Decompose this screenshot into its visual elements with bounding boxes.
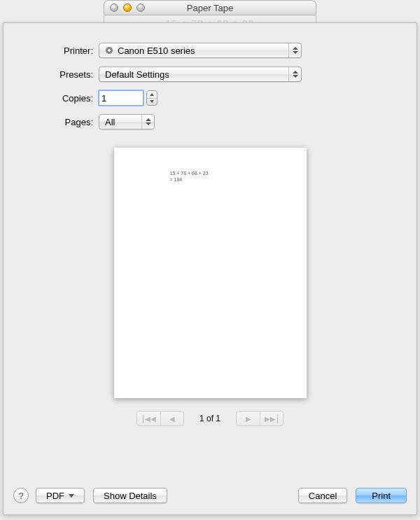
help-button[interactable]: ?	[13, 488, 29, 503]
cancel-button[interactable]: Cancel	[298, 488, 347, 503]
preview-nav-back: ⎮◀◀ ◀	[136, 411, 184, 426]
stepper-up-icon[interactable]	[147, 91, 157, 99]
copies-stepper[interactable]	[146, 90, 158, 106]
pdf-button[interactable]: PDF	[36, 488, 85, 503]
printer-row: Printer: Canon E510 series	[4, 43, 416, 58]
pages-popup[interactable]: All	[99, 114, 155, 129]
pdf-button-label: PDF	[46, 491, 64, 501]
chevron-updown-icon	[288, 43, 301, 57]
pages-label: Pages:	[4, 117, 99, 127]
print-dialog-window: Paper Tape 15 + 78 + 68 + 23 Printer: Ca…	[0, 0, 420, 520]
presets-row: Presets: Default Settings	[4, 66, 416, 82]
presets-label: Presets:	[4, 69, 99, 80]
copies-label: Copies:	[4, 93, 99, 104]
caret-down-icon	[69, 494, 74, 498]
presets-popup[interactable]: Default Settings	[99, 66, 302, 82]
preview-area: 15 + 78 + 68 + 23 = 184	[4, 148, 416, 398]
chevron-updown-icon	[141, 115, 154, 129]
printer-popup[interactable]: Canon E510 series	[99, 43, 302, 58]
print-form: Printer: Canon E510 series Presets: Defa…	[4, 23, 416, 129]
print-sheet: Printer: Canon E510 series Presets: Defa…	[3, 22, 417, 515]
cancel-label: Cancel	[309, 491, 337, 501]
preview-nav: ⎮◀◀ ◀ 1 of 1 ▶ ▶▶⎮	[4, 411, 416, 426]
show-details-button[interactable]: Show Details	[93, 488, 167, 503]
first-page-icon[interactable]: ⎮◀◀	[137, 412, 160, 426]
tape-line: 15 + 78 + 68 + 23	[131, 170, 290, 176]
printer-label: Printer:	[4, 45, 99, 56]
preview-nav-forward: ▶ ▶▶⎮	[236, 411, 284, 426]
copies-row: Copies:	[4, 90, 416, 106]
chevron-updown-icon	[288, 67, 301, 81]
bottom-bar: ? PDF Show Details Cancel Print	[4, 477, 416, 514]
presets-value: Default Settings	[105, 69, 169, 80]
print-button[interactable]: Print	[356, 488, 407, 503]
next-page-icon[interactable]: ▶	[237, 412, 260, 426]
stepper-down-icon[interactable]	[147, 99, 157, 106]
page-indicator: 1 of 1	[200, 414, 220, 423]
pages-value: All	[105, 117, 115, 127]
prev-page-icon[interactable]: ◀	[160, 412, 183, 426]
pages-row: Pages: All	[4, 114, 416, 129]
printer-value: Canon E510 series	[118, 45, 195, 56]
page-preview: 15 + 78 + 68 + 23 = 184	[114, 148, 307, 398]
copies-input[interactable]	[99, 90, 144, 106]
tape-line: = 184	[131, 176, 290, 183]
printer-icon	[105, 46, 113, 55]
last-page-icon[interactable]: ▶▶⎮	[260, 412, 283, 426]
window-title: Paper Tape	[104, 3, 316, 13]
show-details-label: Show Details	[104, 491, 157, 501]
titlebar: Paper Tape	[104, 0, 316, 15]
print-label: Print	[372, 491, 391, 501]
